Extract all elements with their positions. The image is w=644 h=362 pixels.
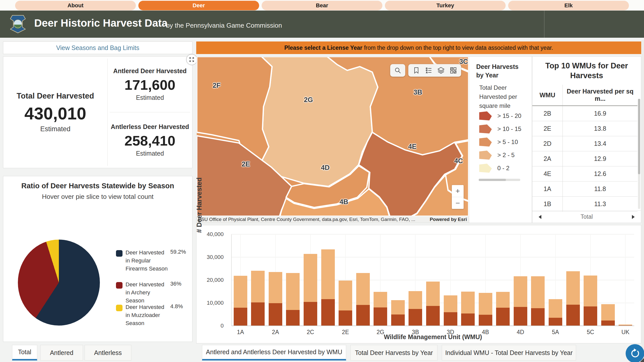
nav-tab-bear[interactable]: Bear xyxy=(262,1,382,10)
bar-4E[interactable] xyxy=(531,234,545,326)
powered-by-esri: Powered by Esri xyxy=(430,217,467,222)
bar-5A[interactable] xyxy=(549,234,562,326)
bar-5B[interactable] xyxy=(566,234,580,326)
table-scrollbar-thumb[interactable] xyxy=(638,99,640,174)
bar-5C[interactable] xyxy=(584,234,597,326)
table-row[interactable]: 1B11.3 xyxy=(532,197,637,212)
nav-tab-about[interactable]: About xyxy=(15,1,136,10)
table-row[interactable]: 4E12.6 xyxy=(532,166,637,182)
x-axis-title: Wildlife Management Unit (WMU) xyxy=(232,333,634,341)
bar-segment-antlered xyxy=(286,310,300,326)
dashboard: AboutDeerBearTurkeyElk Deer Historic Har… xyxy=(0,0,644,362)
table-row[interactable]: 2B16.9 xyxy=(532,106,637,121)
bar-4C[interactable] xyxy=(496,234,510,326)
wmu-map[interactable]: 2F2G3B3C2E4D4E4C4B xyxy=(196,57,469,216)
nav-tab-turkey[interactable]: Turkey xyxy=(385,1,506,10)
bar-segment-antlered xyxy=(356,305,370,326)
table-cell: 12.6 xyxy=(563,166,638,182)
chart-tab-3[interactable]: Individual WMU - Total Deer Harvests by … xyxy=(442,345,576,360)
bar-1B[interactable] xyxy=(251,234,265,326)
bar-segment-antlered xyxy=(269,303,282,326)
bar-segment-antlered xyxy=(234,308,247,326)
pie-legend-percent: 36% xyxy=(170,281,181,305)
bar-segment-antlerless xyxy=(374,292,387,307)
legend-swatch xyxy=(479,151,492,160)
bar-5D[interactable] xyxy=(601,234,615,326)
bar-2A[interactable] xyxy=(269,234,282,326)
pager-next-button[interactable] xyxy=(626,214,641,219)
pie-chart[interactable] xyxy=(18,240,100,326)
bar-2C[interactable] xyxy=(304,234,317,326)
bar-4D[interactable] xyxy=(514,234,527,326)
bar-segment-antlerless xyxy=(461,292,475,313)
column-header-harvest[interactable]: Deer Harvested per sq m... xyxy=(563,85,638,106)
bar-segment-antlerless xyxy=(426,282,440,306)
zoom-out-button[interactable]: − xyxy=(452,197,464,209)
pager-prev-button[interactable] xyxy=(532,214,547,219)
basemap-gallery-button[interactable] xyxy=(447,65,459,76)
legend-scrollbar-thumb[interactable] xyxy=(479,179,506,181)
stat-label: Antlerless Deer Harvested xyxy=(111,123,189,130)
pie-legend-swatch xyxy=(116,250,123,257)
bar-3D[interactable] xyxy=(444,234,457,326)
bar-2D[interactable] xyxy=(321,234,335,326)
table-row[interactable]: 2D13.4 xyxy=(532,136,637,151)
table-cell: 12.9 xyxy=(563,151,638,166)
refresh-button[interactable] xyxy=(626,344,644,362)
pie-legend-label: Deer Harvested in Regular Firearms Seaso… xyxy=(126,249,168,273)
view-seasons-link[interactable]: View Seasons and Bag Limits xyxy=(3,41,192,54)
table-title: Top 10 WMUs for Deer Harvests xyxy=(532,61,641,81)
table-row[interactable]: 2A12.9 xyxy=(532,151,637,166)
table-row[interactable]: 1A11.8 xyxy=(532,182,637,197)
page-scrollbar-gutter[interactable] xyxy=(641,40,644,362)
bar-1A[interactable] xyxy=(234,234,247,326)
legend-swatch xyxy=(479,111,492,120)
pie-chart-subtitle: Hover over pie slice to view total count xyxy=(3,193,192,201)
bar-UK[interactable] xyxy=(619,234,632,326)
table-scrollbar[interactable] xyxy=(638,99,640,209)
bar-3C[interactable] xyxy=(426,234,440,326)
stat-note: Estimated xyxy=(136,150,164,157)
bar-2F[interactable] xyxy=(356,234,370,326)
table-cell: 13.4 xyxy=(563,136,638,151)
layers-button[interactable] xyxy=(435,65,447,76)
page-subtitle: by the Pennsylvania Game Commission xyxy=(166,22,282,29)
basemap-grid-icon xyxy=(450,67,457,74)
bar-segment-antlered xyxy=(479,315,492,326)
tab-antlerless[interactable]: Antlerless xyxy=(85,345,131,360)
bar-3B[interactable] xyxy=(409,234,422,326)
license-year-banner: Please select a License Year from the dr… xyxy=(196,41,641,54)
legend-item: > 5 - 10 xyxy=(479,137,518,147)
bar-2H[interactable] xyxy=(391,234,405,326)
license-year-selector[interactable]: Select a License Year 2023 - 2024 xyxy=(544,11,644,38)
harvest-stats-panel: Total Deer Harvested 430,010 Estimated A… xyxy=(3,56,192,168)
tab-antlered[interactable]: Antlered xyxy=(40,345,83,360)
stat-value: 171,600 xyxy=(125,77,175,93)
bar-segment-antlered xyxy=(584,306,597,326)
bar-segment-antlerless xyxy=(601,304,615,321)
chart-tab-1[interactable]: Antlered and Antlerless Deer Harvested b… xyxy=(202,345,346,360)
y-axis-title: # Deer Harvested xyxy=(195,152,203,258)
tab-total[interactable]: Total xyxy=(12,345,37,360)
bar-2G[interactable] xyxy=(374,234,387,326)
bar-4A[interactable] xyxy=(461,234,475,326)
bar-segment-antlerless xyxy=(339,281,352,310)
nav-tab-elk[interactable]: Elk xyxy=(508,1,629,10)
table-cell: 4E xyxy=(532,166,563,182)
expand-panel-button[interactable] xyxy=(186,54,197,65)
chart-tab-2[interactable]: Total Deer Harvests by Year xyxy=(350,345,437,360)
map-search-button[interactable] xyxy=(390,64,405,77)
nav-tab-deer[interactable]: Deer xyxy=(138,1,259,10)
bar-2B[interactable] xyxy=(286,234,300,326)
legend-scrollbar[interactable] xyxy=(479,179,520,181)
column-header-wmu[interactable]: WMU xyxy=(532,85,563,106)
arrow-right-icon xyxy=(631,214,635,219)
table-cell: 16.9 xyxy=(563,106,638,121)
table-row[interactable]: 2E13.8 xyxy=(532,121,637,136)
banner-text: from the drop down on the top right to v… xyxy=(363,44,553,51)
zoom-in-button[interactable]: + xyxy=(452,185,464,197)
legend-button[interactable] xyxy=(422,65,435,76)
bookmarks-button[interactable] xyxy=(410,65,422,76)
bar-4B[interactable] xyxy=(479,234,492,326)
bar-2E[interactable] xyxy=(339,234,352,326)
